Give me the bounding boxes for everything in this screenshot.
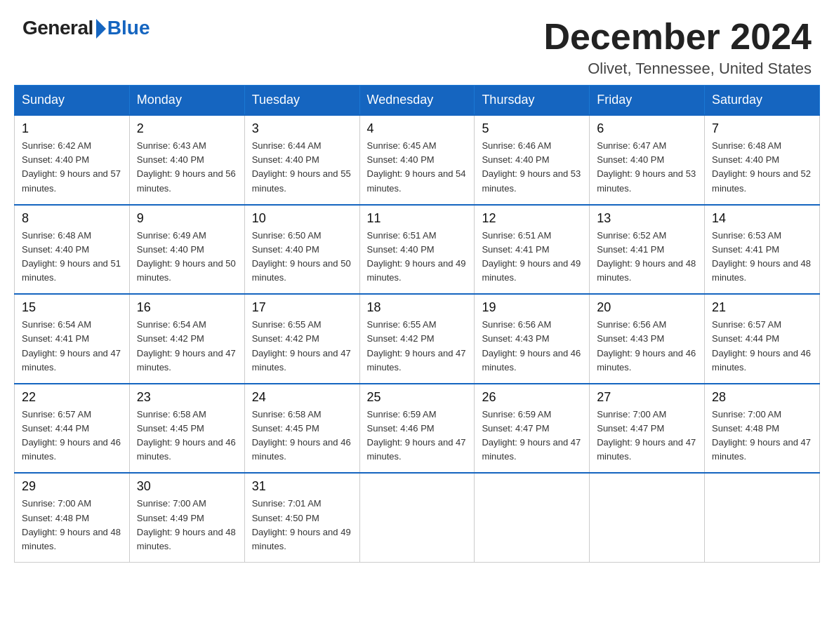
day-info: Sunrise: 7:00 AMSunset: 4:49 PMDaylight:… [137, 497, 237, 554]
week-row-4: 22 Sunrise: 6:57 AMSunset: 4:44 PMDaylig… [15, 384, 820, 474]
calendar-cell: 16 Sunrise: 6:54 AMSunset: 4:42 PMDaylig… [129, 294, 244, 384]
day-number: 5 [482, 121, 582, 136]
day-number: 3 [252, 121, 352, 136]
day-info: Sunrise: 6:54 AMSunset: 4:42 PMDaylight:… [137, 318, 237, 375]
calendar-cell: 30 Sunrise: 7:00 AMSunset: 4:49 PMDaylig… [129, 473, 244, 562]
calendar-cell: 7 Sunrise: 6:48 AMSunset: 4:40 PMDayligh… [705, 115, 820, 205]
day-header-sunday: Sunday [15, 86, 130, 116]
logo: General Blue [22, 17, 150, 39]
logo-arrow-icon [96, 19, 106, 39]
calendar-cell: 2 Sunrise: 6:43 AMSunset: 4:40 PMDayligh… [129, 115, 244, 205]
day-info: Sunrise: 6:58 AMSunset: 4:45 PMDaylight:… [252, 408, 352, 464]
day-number: 11 [367, 211, 468, 226]
day-number: 19 [482, 300, 582, 315]
day-info: Sunrise: 7:00 AMSunset: 4:47 PMDaylight:… [597, 408, 697, 464]
calendar-cell: 8 Sunrise: 6:48 AMSunset: 4:40 PMDayligh… [15, 205, 130, 295]
calendar-cell: 18 Sunrise: 6:55 AMSunset: 4:42 PMDaylig… [359, 294, 475, 384]
calendar-cell: 17 Sunrise: 6:55 AMSunset: 4:42 PMDaylig… [244, 294, 359, 384]
calendar-cell: 11 Sunrise: 6:51 AMSunset: 4:40 PMDaylig… [359, 205, 475, 295]
day-info: Sunrise: 6:49 AMSunset: 4:40 PMDaylight:… [137, 229, 237, 286]
week-row-1: 1 Sunrise: 6:42 AMSunset: 4:40 PMDayligh… [15, 115, 820, 205]
calendar-cell: 28 Sunrise: 7:00 AMSunset: 4:48 PMDaylig… [705, 384, 820, 474]
logo-general-text: General [22, 17, 93, 39]
calendar-cell: 31 Sunrise: 7:01 AMSunset: 4:50 PMDaylig… [244, 473, 359, 562]
calendar-cell: 27 Sunrise: 7:00 AMSunset: 4:47 PMDaylig… [590, 384, 705, 474]
day-number: 27 [597, 390, 697, 405]
location-text: Olivet, Tennessee, United States [543, 60, 812, 78]
day-number: 31 [252, 479, 352, 494]
day-number: 9 [137, 211, 237, 226]
day-info: Sunrise: 6:56 AMSunset: 4:43 PMDaylight:… [482, 318, 582, 375]
day-info: Sunrise: 6:44 AMSunset: 4:40 PMDaylight:… [252, 139, 352, 196]
logo-blue-text: Blue [107, 17, 150, 39]
day-info: Sunrise: 6:54 AMSunset: 4:41 PMDaylight:… [22, 318, 122, 375]
day-header-tuesday: Tuesday [244, 86, 359, 116]
day-info: Sunrise: 6:59 AMSunset: 4:46 PMDaylight:… [367, 408, 468, 464]
day-info: Sunrise: 6:47 AMSunset: 4:40 PMDaylight:… [597, 139, 697, 196]
calendar-cell: 20 Sunrise: 6:56 AMSunset: 4:43 PMDaylig… [590, 294, 705, 384]
day-number: 21 [712, 300, 812, 315]
day-info: Sunrise: 6:59 AMSunset: 4:47 PMDaylight:… [482, 408, 582, 464]
calendar-container: SundayMondayTuesdayWednesdayThursdayFrid… [0, 85, 834, 577]
day-header-saturday: Saturday [705, 86, 820, 116]
day-number: 10 [252, 211, 352, 226]
day-number: 20 [597, 300, 697, 315]
calendar-cell: 26 Sunrise: 6:59 AMSunset: 4:47 PMDaylig… [475, 384, 590, 474]
calendar-cell: 5 Sunrise: 6:46 AMSunset: 4:40 PMDayligh… [475, 115, 590, 205]
calendar-cell: 29 Sunrise: 7:00 AMSunset: 4:48 PMDaylig… [15, 473, 130, 562]
day-number: 18 [367, 300, 468, 315]
day-header-wednesday: Wednesday [359, 86, 475, 116]
day-number: 28 [712, 390, 812, 405]
day-info: Sunrise: 6:55 AMSunset: 4:42 PMDaylight:… [367, 318, 468, 375]
calendar-cell: 23 Sunrise: 6:58 AMSunset: 4:45 PMDaylig… [129, 384, 244, 474]
day-info: Sunrise: 6:48 AMSunset: 4:40 PMDaylight:… [712, 139, 812, 196]
day-number: 7 [712, 121, 812, 136]
week-row-3: 15 Sunrise: 6:54 AMSunset: 4:41 PMDaylig… [15, 294, 820, 384]
day-info: Sunrise: 6:45 AMSunset: 4:40 PMDaylight:… [367, 139, 468, 196]
day-info: Sunrise: 6:46 AMSunset: 4:40 PMDaylight:… [482, 139, 582, 196]
day-number: 29 [22, 479, 122, 494]
day-number: 12 [482, 211, 582, 226]
day-number: 8 [22, 211, 122, 226]
page-header: General Blue December 2024 Olivet, Tenne… [0, 0, 834, 85]
day-number: 30 [137, 479, 237, 494]
calendar-cell: 24 Sunrise: 6:58 AMSunset: 4:45 PMDaylig… [244, 384, 359, 474]
day-header-monday: Monday [129, 86, 244, 116]
calendar-cell [705, 473, 820, 562]
day-number: 26 [482, 390, 582, 405]
day-header-friday: Friday [590, 86, 705, 116]
day-info: Sunrise: 6:57 AMSunset: 4:44 PMDaylight:… [22, 408, 122, 464]
day-number: 17 [252, 300, 352, 315]
calendar-cell: 14 Sunrise: 6:53 AMSunset: 4:41 PMDaylig… [705, 205, 820, 295]
day-number: 15 [22, 300, 122, 315]
day-number: 6 [597, 121, 697, 136]
day-number: 13 [597, 211, 697, 226]
calendar-cell: 15 Sunrise: 6:54 AMSunset: 4:41 PMDaylig… [15, 294, 130, 384]
day-info: Sunrise: 7:00 AMSunset: 4:48 PMDaylight:… [712, 408, 812, 464]
calendar-cell: 19 Sunrise: 6:56 AMSunset: 4:43 PMDaylig… [475, 294, 590, 384]
calendar-cell: 1 Sunrise: 6:42 AMSunset: 4:40 PMDayligh… [15, 115, 130, 205]
calendar-cell [590, 473, 705, 562]
calendar-cell [475, 473, 590, 562]
day-number: 2 [137, 121, 237, 136]
day-info: Sunrise: 6:50 AMSunset: 4:40 PMDaylight:… [252, 229, 352, 286]
calendar-table: SundayMondayTuesdayWednesdayThursdayFrid… [14, 85, 820, 563]
day-number: 25 [367, 390, 468, 405]
week-row-5: 29 Sunrise: 7:00 AMSunset: 4:48 PMDaylig… [15, 473, 820, 562]
calendar-cell: 13 Sunrise: 6:52 AMSunset: 4:41 PMDaylig… [590, 205, 705, 295]
day-info: Sunrise: 6:55 AMSunset: 4:42 PMDaylight:… [252, 318, 352, 375]
day-info: Sunrise: 6:43 AMSunset: 4:40 PMDaylight:… [137, 139, 237, 196]
calendar-cell: 4 Sunrise: 6:45 AMSunset: 4:40 PMDayligh… [359, 115, 475, 205]
calendar-cell: 3 Sunrise: 6:44 AMSunset: 4:40 PMDayligh… [244, 115, 359, 205]
day-number: 24 [252, 390, 352, 405]
day-number: 1 [22, 121, 122, 136]
day-number: 4 [367, 121, 468, 136]
calendar-cell: 12 Sunrise: 6:51 AMSunset: 4:41 PMDaylig… [475, 205, 590, 295]
day-info: Sunrise: 7:01 AMSunset: 4:50 PMDaylight:… [252, 497, 352, 554]
day-info: Sunrise: 6:57 AMSunset: 4:44 PMDaylight:… [712, 318, 812, 375]
day-header-thursday: Thursday [475, 86, 590, 116]
week-row-2: 8 Sunrise: 6:48 AMSunset: 4:40 PMDayligh… [15, 205, 820, 295]
calendar-cell: 25 Sunrise: 6:59 AMSunset: 4:46 PMDaylig… [359, 384, 475, 474]
day-info: Sunrise: 6:58 AMSunset: 4:45 PMDaylight:… [137, 408, 237, 464]
calendar-cell: 22 Sunrise: 6:57 AMSunset: 4:44 PMDaylig… [15, 384, 130, 474]
